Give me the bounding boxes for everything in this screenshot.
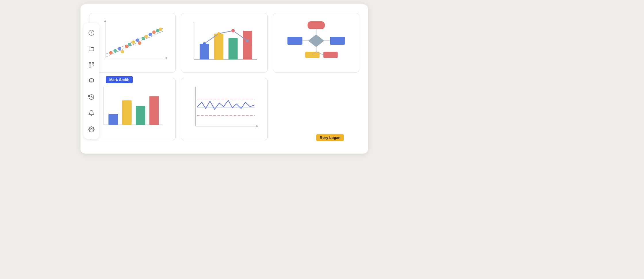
compass-icon[interactable]: [86, 28, 97, 38]
bar2-chart-card: [89, 78, 176, 140]
svg-rect-54: [108, 114, 118, 125]
svg-rect-4: [92, 63, 94, 64]
sidebar: [83, 23, 99, 139]
svg-marker-60: [256, 125, 259, 127]
svg-point-36: [203, 42, 206, 45]
svg-point-15: [109, 51, 113, 55]
svg-rect-45: [323, 52, 338, 58]
svg-point-37: [217, 32, 220, 35]
svg-point-17: [118, 47, 121, 51]
svg-rect-33: [214, 34, 223, 59]
svg-marker-11: [166, 57, 168, 59]
flowchart: [278, 18, 354, 67]
tooltip-rory-logan: Rory Logan: [316, 134, 344, 141]
settings-icon[interactable]: [86, 124, 97, 134]
svg-rect-6: [92, 65, 94, 66]
svg-rect-43: [330, 37, 345, 45]
svg-point-25: [145, 35, 148, 38]
svg-rect-32: [200, 44, 209, 59]
folder-icon[interactable]: [86, 44, 97, 54]
app-container: Mark Smith Rory Logan: [0, 0, 644, 279]
svg-rect-34: [229, 38, 238, 59]
svg-point-7: [89, 79, 94, 80]
svg-rect-55: [122, 100, 132, 125]
svg-marker-41: [308, 34, 324, 47]
svg-rect-5: [89, 65, 91, 67]
svg-rect-35: [243, 31, 252, 59]
dashboard-icon[interactable]: [86, 60, 97, 70]
svg-point-20: [128, 43, 131, 46]
history-icon[interactable]: [86, 92, 97, 102]
svg-rect-42: [287, 37, 302, 45]
scatter-chart-card: [89, 13, 176, 73]
svg-point-23: [138, 41, 141, 45]
scatter-chart: [94, 18, 171, 67]
band-line-chart: [186, 83, 262, 134]
bar2-chart: [94, 83, 171, 134]
svg-point-39: [246, 39, 249, 42]
svg-rect-40: [307, 21, 325, 29]
svg-point-24: [142, 37, 145, 40]
band-line-chart-card: [181, 78, 267, 140]
svg-point-18: [121, 50, 124, 53]
svg-point-26: [149, 33, 152, 36]
svg-marker-12: [104, 20, 106, 22]
database-icon[interactable]: [86, 76, 97, 86]
bell-icon[interactable]: [86, 108, 97, 118]
svg-point-29: [159, 28, 162, 31]
combo-chart-card: [181, 13, 267, 73]
svg-point-16: [114, 49, 117, 53]
svg-point-19: [125, 45, 129, 48]
svg-rect-56: [136, 106, 145, 125]
svg-point-22: [136, 38, 139, 42]
main-panel: Mark Smith Rory Logan: [80, 4, 368, 154]
svg-line-14: [107, 31, 164, 57]
combo-chart: [186, 18, 262, 67]
svg-point-21: [132, 40, 135, 44]
svg-rect-57: [149, 96, 159, 125]
svg-point-27: [152, 30, 156, 34]
svg-point-8: [91, 128, 92, 130]
tooltip-mark-smith: Mark Smith: [106, 76, 133, 83]
flowchart-card: [273, 13, 359, 73]
svg-rect-3: [89, 63, 91, 64]
svg-point-38: [231, 29, 235, 33]
